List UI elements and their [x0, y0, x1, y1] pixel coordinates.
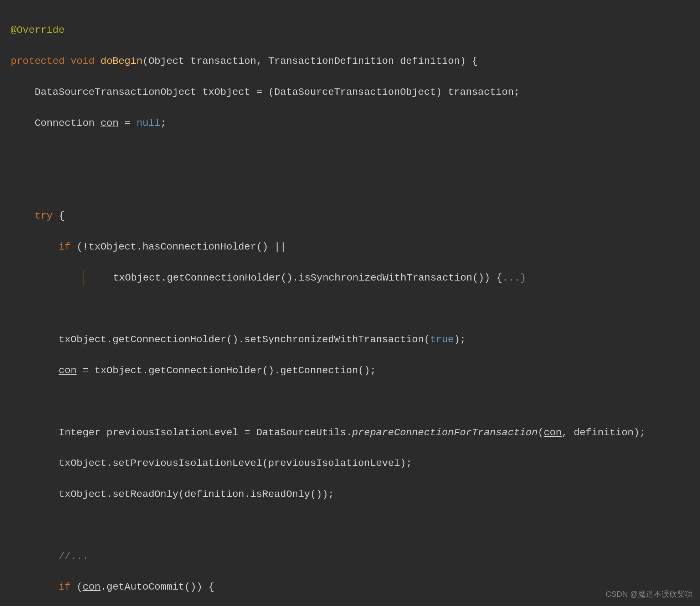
line-comment1: //...: [11, 549, 689, 564]
line-7: txObject.setReadOnly(definition.isReadOn…: [11, 487, 689, 502]
line-4: con = txObject.getConnectionHolder().get…: [11, 363, 689, 378]
line-2: Connection con = null;: [11, 115, 689, 131]
line-if1: if (!txObject.hasConnectionHolder() ||: [11, 239, 689, 255]
line-5: Integer previousIsolationLevel = DataSou…: [11, 425, 689, 440]
line-6: txObject.setPreviousIsolationLevel(previ…: [11, 456, 689, 471]
watermark: CSDN @魔道不误砍柴功: [606, 588, 693, 600]
line-method: protected void doBegin(Object transactio…: [11, 53, 689, 69]
line-try: try {: [11, 208, 689, 224]
line-if2: if (con.getAutoCommit()) {: [11, 579, 689, 595]
line-blank4: [11, 394, 689, 409]
line-blank2: [11, 177, 689, 192]
line-if1b: txObject.getConnectionHolder().isSynchro…: [11, 270, 689, 286]
line-blank5: [11, 518, 689, 533]
line-blank1: [11, 147, 689, 162]
code-editor: @Override protected void doBegin(Object …: [11, 7, 689, 606]
line-3: txObject.getConnectionHolder().setSynchr…: [11, 332, 689, 347]
line-blank3: [11, 301, 689, 316]
line-annotation: @Override: [11, 22, 689, 38]
line-1: DataSourceTransactionObject txObject = (…: [11, 84, 689, 100]
